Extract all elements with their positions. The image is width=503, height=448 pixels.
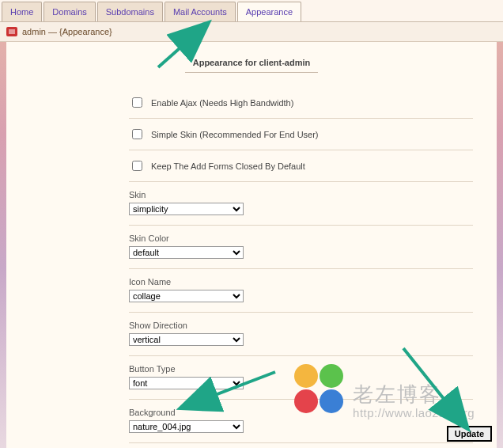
content-panel: Appearance for client-admin Enable Ajax … bbox=[6, 42, 497, 448]
breadcrumb: admin — {Appearance} bbox=[0, 22, 503, 42]
label-skin: Skin bbox=[129, 190, 473, 199]
label-keep-closed: Keep The Add Forms Closed By Default bbox=[151, 161, 305, 171]
page-title: Appearance for client-admin bbox=[185, 58, 319, 73]
update-button[interactable]: Update bbox=[447, 426, 492, 442]
select-show-direction[interactable]: vertical bbox=[129, 333, 244, 346]
label-enable-ajax: Enable Ajax (Needs High Bandwidth) bbox=[151, 98, 293, 108]
select-skin[interactable]: simplicity bbox=[129, 203, 244, 215]
tab-appearance[interactable]: Appearance bbox=[237, 2, 301, 21]
tabs-bar: Home Domains Subdomains Mail Accounts Ap… bbox=[0, 0, 503, 22]
tab-home[interactable]: Home bbox=[2, 2, 42, 21]
breadcrumb-sep: — bbox=[48, 27, 57, 36]
appearance-form: Enable Ajax (Needs High Bandwidth) Simpl… bbox=[6, 87, 497, 448]
tab-subdomains[interactable]: Subdomains bbox=[97, 2, 163, 21]
select-background[interactable]: nature_004.jpg bbox=[129, 420, 244, 433]
label-button-type: Button Type bbox=[129, 364, 473, 374]
breadcrumb-section: {Appearance} bbox=[59, 27, 112, 36]
tab-mail-accounts[interactable]: Mail Accounts bbox=[165, 2, 236, 21]
breadcrumb-text: admin — {Appearance} bbox=[22, 27, 112, 36]
label-simple-skin: Simple Skin (Recommended For End User) bbox=[151, 130, 319, 139]
admin-icon bbox=[6, 27, 17, 36]
checkbox-simple-skin[interactable] bbox=[132, 129, 142, 139]
checkbox-enable-ajax[interactable] bbox=[132, 97, 142, 108]
select-skin-color[interactable]: default bbox=[129, 246, 244, 259]
checkbox-keep-closed[interactable] bbox=[132, 161, 142, 171]
label-icon-name: Icon Name bbox=[129, 277, 473, 287]
select-icon-name[interactable]: collage bbox=[129, 290, 244, 302]
select-button-type[interactable]: font bbox=[129, 377, 244, 389]
label-skin-color: Skin Color bbox=[129, 233, 473, 243]
label-background: Background bbox=[129, 408, 473, 417]
tab-domains[interactable]: Domains bbox=[43, 2, 95, 21]
label-show-direction: Show Direction bbox=[129, 321, 473, 330]
breadcrumb-user: admin bbox=[22, 27, 46, 36]
